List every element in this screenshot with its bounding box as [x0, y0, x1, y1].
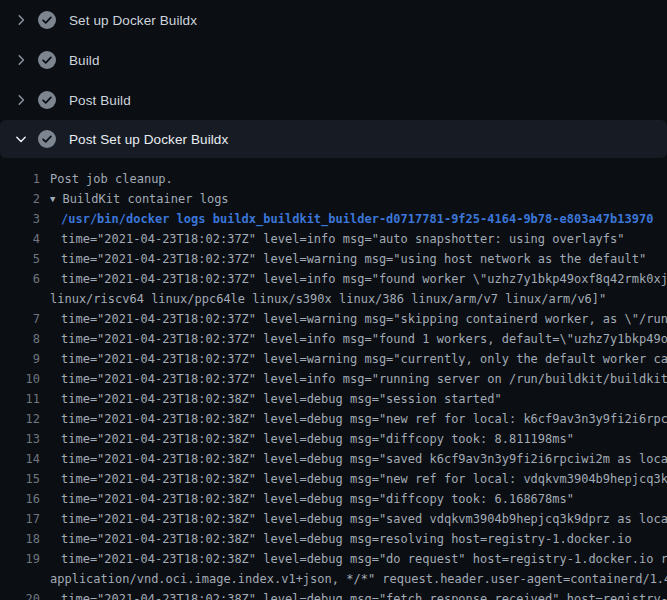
line-number[interactable]: 18: [0, 529, 40, 549]
workflow-step-row[interactable]: Set up Docker Buildx: [0, 0, 667, 40]
log-line-text: time="2021-04-23T18:02:38Z" level=debug …: [61, 469, 667, 489]
log-line-text: time="2021-04-23T18:02:38Z" level=debug …: [61, 449, 667, 469]
log-line: 18 time="2021-04-23T18:02:38Z" level=deb…: [0, 529, 667, 549]
chevron-right-icon[interactable]: [13, 92, 29, 108]
log-line: 14 time="2021-04-23T18:02:38Z" level=deb…: [0, 449, 667, 469]
line-number[interactable]: 9: [0, 349, 40, 369]
step-title: Post Build: [69, 93, 131, 108]
line-number[interactable]: 3: [0, 209, 40, 229]
line-number[interactable]: [0, 569, 40, 589]
log-line-text: Post job cleanup.: [50, 169, 173, 189]
log-line: 7 time="2021-04-23T18:02:37Z" level=warn…: [0, 309, 667, 329]
check-circle-icon: [38, 51, 56, 69]
line-number[interactable]: 12: [0, 409, 40, 429]
log-line-text: time="2021-04-23T18:02:38Z" level=debug …: [61, 389, 502, 409]
log-line-text: time="2021-04-23T18:02:38Z" level=debug …: [61, 429, 574, 449]
log-line-text: time="2021-04-23T18:02:38Z" level=debug …: [61, 489, 574, 509]
log-line: application/vnd.oci.image.index.v1+json,…: [0, 569, 667, 589]
workflow-step-row[interactable]: Build: [0, 40, 667, 80]
step-title: Post Set up Docker Buildx: [69, 132, 228, 147]
chevron-down-icon[interactable]: [13, 131, 29, 147]
log-line: 1 Post job cleanup.: [0, 169, 667, 189]
line-number[interactable]: 6: [0, 269, 40, 289]
line-number[interactable]: 7: [0, 309, 40, 329]
log-line: 5 time="2021-04-23T18:02:37Z" level=warn…: [0, 249, 667, 269]
line-number[interactable]: 2: [0, 189, 40, 209]
log-line-text: /usr/bin/docker logs buildx_buildkit_bui…: [61, 209, 653, 229]
log-line-text: application/vnd.oci.image.index.v1+json,…: [50, 569, 667, 589]
log-line-text: time="2021-04-23T18:02:38Z" level=debug …: [61, 509, 667, 529]
log-line: 15 time="2021-04-23T18:02:38Z" level=deb…: [0, 469, 667, 489]
log-line-text: ▼BuildKit container logs: [50, 189, 229, 209]
log-line-text: time="2021-04-23T18:02:37Z" level=info m…: [61, 229, 625, 249]
log-line: 8 time="2021-04-23T18:02:37Z" level=info…: [0, 329, 667, 349]
workflow-step-list: Set up Docker Buildx Build Post Buil: [0, 0, 667, 158]
line-number[interactable]: 10: [0, 369, 40, 389]
log-line-text: time="2021-04-23T18:02:38Z" level=debug …: [61, 549, 667, 569]
line-number[interactable]: 20: [0, 589, 40, 600]
check-circle-icon: [38, 130, 56, 148]
log-line-text: time="2021-04-23T18:02:38Z" level=debug …: [61, 589, 667, 600]
line-number[interactable]: 16: [0, 489, 40, 509]
line-number[interactable]: 4: [0, 229, 40, 249]
log-line: 10 time="2021-04-23T18:02:37Z" level=inf…: [0, 369, 667, 389]
check-circle-icon: [38, 11, 56, 29]
workflow-step-row[interactable]: Post Set up Docker Buildx: [0, 120, 667, 158]
line-number[interactable]: 15: [0, 469, 40, 489]
log-line-text: time="2021-04-23T18:02:38Z" level=debug …: [61, 529, 632, 549]
step-title: Set up Docker Buildx: [69, 13, 197, 28]
log-line: 3 /usr/bin/docker logs buildx_buildkit_b…: [0, 209, 667, 229]
line-number[interactable]: 8: [0, 329, 40, 349]
log-line: 19 time="2021-04-23T18:02:38Z" level=deb…: [0, 549, 667, 569]
log-line: 12 time="2021-04-23T18:02:38Z" level=deb…: [0, 409, 667, 429]
chevron-right-icon[interactable]: [13, 52, 29, 68]
log-line-text: time="2021-04-23T18:02:38Z" level=debug …: [61, 409, 667, 429]
check-circle-icon: [38, 91, 56, 109]
chevron-right-icon[interactable]: [13, 12, 29, 28]
log-line-text: time="2021-04-23T18:02:37Z" level=warnin…: [61, 349, 667, 369]
log-line: 16 time="2021-04-23T18:02:38Z" level=deb…: [0, 489, 667, 509]
line-number[interactable]: 19: [0, 549, 40, 569]
log-line: 2 ▼BuildKit container logs: [0, 189, 667, 209]
log-line-text: linux/riscv64 linux/ppc64le linux/s390x …: [50, 289, 606, 309]
line-number[interactable]: 13: [0, 429, 40, 449]
step-title: Build: [69, 53, 100, 68]
line-number[interactable]: 17: [0, 509, 40, 529]
workflow-step-row[interactable]: Post Build: [0, 80, 667, 120]
log-line: linux/riscv64 linux/ppc64le linux/s390x …: [0, 289, 667, 309]
line-number[interactable]: [0, 289, 40, 309]
log-line: 13 time="2021-04-23T18:02:38Z" level=deb…: [0, 429, 667, 449]
log-line-text: time="2021-04-23T18:02:37Z" level=info m…: [61, 369, 667, 389]
log-line-text: time="2021-04-23T18:02:37Z" level=info m…: [61, 269, 667, 289]
line-number[interactable]: 1: [0, 169, 40, 189]
log-line-text: time="2021-04-23T18:02:37Z" level=warnin…: [61, 249, 646, 269]
log-line: 17 time="2021-04-23T18:02:38Z" level=deb…: [0, 509, 667, 529]
log-line: 6 time="2021-04-23T18:02:37Z" level=info…: [0, 269, 667, 289]
line-number[interactable]: 14: [0, 449, 40, 469]
log-line-text: time="2021-04-23T18:02:37Z" level=warnin…: [61, 309, 667, 329]
log-line: 20 time="2021-04-23T18:02:38Z" level=deb…: [0, 589, 667, 600]
line-number[interactable]: 11: [0, 389, 40, 409]
log-line: 9 time="2021-04-23T18:02:37Z" level=warn…: [0, 349, 667, 369]
group-open-icon[interactable]: ▼: [50, 189, 55, 209]
step-log-output: 1 Post job cleanup. 2 ▼BuildKit containe…: [0, 158, 667, 600]
log-line-text: time="2021-04-23T18:02:37Z" level=info m…: [61, 329, 667, 349]
line-number[interactable]: 5: [0, 249, 40, 269]
log-line: 11 time="2021-04-23T18:02:38Z" level=deb…: [0, 389, 667, 409]
log-line: 4 time="2021-04-23T18:02:37Z" level=info…: [0, 229, 667, 249]
